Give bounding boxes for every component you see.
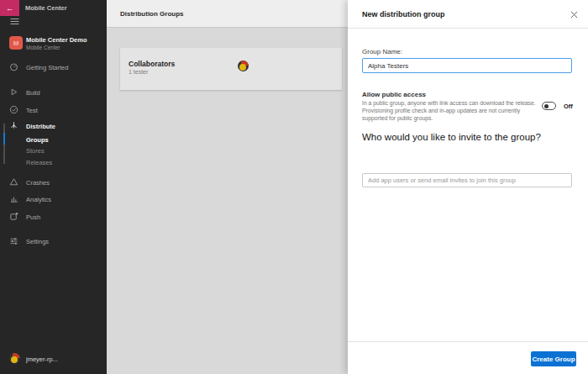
sidebar-item-settings[interactable]: Settings [0,235,107,247]
dialog-title: New distribution group [362,10,445,18]
group-name-input[interactable] [362,58,572,73]
dialog-footer: Create Group [348,341,588,374]
gauge-icon [9,62,18,71]
close-icon[interactable] [569,9,579,19]
sidebar-item-push[interactable]: Push [0,211,107,223]
create-group-button[interactable]: Create Group [531,351,576,366]
toggle-knob [544,104,549,108]
crashes-warning-icon [9,177,18,187]
invite-heading: Who would you like to invite to the grou… [362,132,580,142]
sidebar: ← Mobile Center M Mobile Center Demo Mob… [0,0,107,374]
public-access-label: Allow public access [362,91,426,98]
test-check-icon [9,105,18,114]
app-name: Mobile Center Demo [26,36,87,44]
new-distribution-group-dialog: New distribution group Group Name: Allow… [348,0,588,374]
app-owner: Mobile Center [26,45,60,50]
sidebar-item-groups[interactable]: Groups [0,134,107,145]
sidebar-item-crashes[interactable]: Crashes [0,176,107,188]
group-name-label: Group Name: [362,48,402,55]
back-arrow-icon: ← [6,4,13,13]
distribution-groups-panel: Distribution Groups Collaborators 1 test… [107,0,348,374]
panel-header: Distribution Groups [107,0,348,28]
menu-icon[interactable] [10,18,19,25]
back-button[interactable]: ← [0,0,19,16]
mobile-center-app: ← Mobile Center M Mobile Center Demo Mob… [0,0,588,374]
dialog-header: New distribution group [348,0,588,29]
sidebar-item-analytics[interactable]: Analytics [0,193,107,205]
user-name: jmeyer-rp... [26,356,58,363]
toggle-state-label: Off [564,103,573,110]
user-account[interactable]: jmeyer-rp... [0,351,107,366]
build-play-icon [9,87,18,97]
push-notification-icon [9,212,18,221]
user-avatar [9,353,20,364]
settings-sliders-icon [9,236,18,245]
panel-title: Distribution Groups [120,10,184,18]
sidebar-item-stores[interactable]: Stores [0,145,107,156]
group-name: Collaborators [129,60,175,68]
sidebar-item-build[interactable]: Build [0,87,107,98]
sidebar-item-distribute[interactable]: Distribute [0,120,107,132]
group-member-avatar [238,61,249,71]
sidebar-item-test[interactable]: Test [0,104,107,116]
analytics-bars-icon [9,194,18,203]
invite-input[interactable] [362,173,572,187]
public-access-description: In a public group, anyone with link acce… [362,99,538,122]
app-switcher[interactable]: M Mobile Center Demo Mobile Center [0,34,107,54]
group-card-collaborators[interactable]: Collaborators 1 tester [120,48,342,90]
public-access-toggle[interactable] [542,102,556,110]
product-title: Mobile Center [25,4,67,12]
group-tester-count: 1 tester [129,69,148,75]
app-icon: M [9,36,23,50]
distribute-branch-icon [9,121,18,130]
sidebar-item-releases[interactable]: Releases [0,156,107,168]
sidebar-item-getting-started[interactable]: Getting Started [0,61,107,73]
